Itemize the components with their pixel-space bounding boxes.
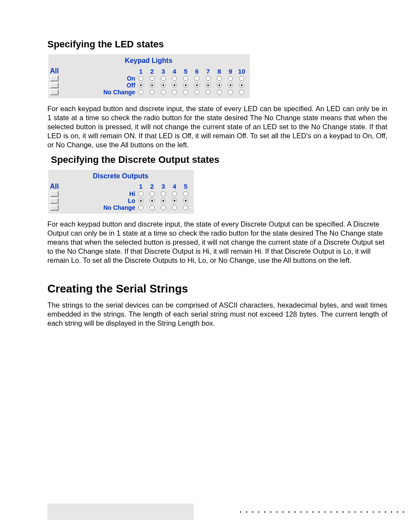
footer-dot xyxy=(373,511,374,513)
led-radio-off-8[interactable] xyxy=(217,83,222,88)
led-radio-on-9[interactable] xyxy=(228,76,233,81)
discrete-all-button-lo[interactable] xyxy=(50,198,59,204)
led-radio-on-10[interactable] xyxy=(239,76,244,81)
led-radio-off-9[interactable] xyxy=(228,83,233,88)
discrete-radio-lo-2[interactable] xyxy=(149,198,155,203)
discrete-radio-no-change-2[interactable] xyxy=(149,205,155,210)
keypad-lights-grid: All12345678910OnOffNo Change xyxy=(50,67,247,96)
footer-dot xyxy=(385,511,386,513)
discrete-radio-lo-4[interactable] xyxy=(172,198,177,203)
led-radio-no-change-3[interactable] xyxy=(161,90,166,95)
led-all-button-on[interactable] xyxy=(50,75,59,81)
led-paragraph: For each keypad button and discrete inpu… xyxy=(47,104,387,150)
led-column-8: 8 xyxy=(214,67,225,75)
led-radio-on-6[interactable] xyxy=(194,76,199,81)
led-radio-off-6[interactable] xyxy=(194,83,199,88)
footer-dots xyxy=(210,504,406,520)
led-radio-no-change-6[interactable] xyxy=(194,90,199,95)
led-all-button-no-change[interactable] xyxy=(50,89,59,95)
led-radio-off-3[interactable] xyxy=(161,83,166,88)
footer-dot xyxy=(270,511,271,513)
led-radio-on-5[interactable] xyxy=(183,76,188,81)
led-column-1: 1 xyxy=(135,67,146,75)
led-radio-on-8[interactable] xyxy=(217,76,222,81)
led-radio-on-3[interactable] xyxy=(161,76,166,81)
led-radio-on-4[interactable] xyxy=(172,76,177,81)
footer-grey-block xyxy=(47,504,194,520)
led-row-label-off: Off xyxy=(103,82,135,89)
footer-dot xyxy=(306,511,308,513)
footer-dot xyxy=(391,511,392,513)
discrete-radio-lo-3[interactable] xyxy=(161,198,166,203)
led-radio-no-change-4[interactable] xyxy=(172,90,177,95)
discrete-outputs-title: Discrete Outputs xyxy=(50,172,191,180)
led-all-label: All xyxy=(50,67,103,75)
footer-dot xyxy=(379,511,380,513)
led-radio-no-change-2[interactable] xyxy=(149,90,155,95)
discrete-radio-no-change-5[interactable] xyxy=(183,205,188,210)
led-radio-no-change-8[interactable] xyxy=(217,90,222,95)
led-radio-no-change-10[interactable] xyxy=(239,90,244,95)
discrete-outputs-grid: All12345HiLoNo Change xyxy=(50,183,191,211)
discrete-radio-lo-1[interactable] xyxy=(138,198,143,203)
led-radio-off-2[interactable] xyxy=(149,83,155,88)
led-all-button-off[interactable] xyxy=(50,82,59,88)
discrete-row-label-hi: Hi xyxy=(103,190,135,197)
led-radio-off-1[interactable] xyxy=(138,83,143,88)
footer-gap xyxy=(194,504,210,520)
discrete-column-2: 2 xyxy=(146,183,158,190)
discrete-radio-hi-2[interactable] xyxy=(149,191,155,196)
footer-dot xyxy=(312,511,314,513)
footer-dot xyxy=(367,511,368,513)
led-radio-on-1[interactable] xyxy=(138,76,143,81)
footer-dot xyxy=(330,511,332,513)
led-radio-off-7[interactable] xyxy=(206,83,211,88)
led-column-4: 4 xyxy=(169,67,180,75)
keypad-lights-title: Keypad Lights xyxy=(50,57,247,65)
discrete-column-4: 4 xyxy=(169,183,180,190)
footer-dot xyxy=(318,511,320,513)
discrete-radio-hi-5[interactable] xyxy=(183,191,188,196)
discrete-column-5: 5 xyxy=(180,183,191,190)
discrete-radio-hi-3[interactable] xyxy=(161,191,166,196)
discrete-row-label-no-change: No Change xyxy=(103,204,135,211)
footer-dot xyxy=(355,511,356,513)
discrete-radio-hi-4[interactable] xyxy=(172,191,177,196)
discrete-radio-no-change-3[interactable] xyxy=(161,205,166,210)
led-radio-no-change-1[interactable] xyxy=(138,90,143,95)
footer-dot xyxy=(288,511,290,513)
led-radio-on-2[interactable] xyxy=(149,76,155,81)
footer-dot xyxy=(246,511,247,513)
discrete-radio-no-change-1[interactable] xyxy=(138,205,143,210)
discrete-all-button-no-change[interactable] xyxy=(50,205,59,211)
led-radio-no-change-5[interactable] xyxy=(183,90,188,95)
discrete-outputs-panel: Discrete Outputs All12345HiLoNo Change xyxy=(48,170,194,214)
discrete-column-3: 3 xyxy=(158,183,169,190)
footer-dot xyxy=(342,511,344,513)
heading-discrete-output-states: Specifying the Discrete Output states xyxy=(51,154,387,165)
discrete-row-label-lo: Lo xyxy=(103,197,135,204)
discrete-column-1: 1 xyxy=(135,183,146,190)
led-radio-off-5[interactable] xyxy=(183,83,188,88)
footer-dot xyxy=(276,511,277,513)
led-radio-on-7[interactable] xyxy=(206,76,211,81)
discrete-all-button-hi[interactable] xyxy=(50,191,59,197)
led-column-2: 2 xyxy=(146,67,158,75)
footer-dot xyxy=(294,511,296,513)
keypad-lights-panel: Keypad Lights All12345678910OnOffNo Chan… xyxy=(48,54,250,98)
discrete-radio-hi-1[interactable] xyxy=(138,191,143,196)
footer-dot xyxy=(282,511,283,513)
led-column-6: 6 xyxy=(191,67,202,75)
footer-dot xyxy=(240,511,241,513)
discrete-radio-lo-5[interactable] xyxy=(183,198,188,203)
led-column-7: 7 xyxy=(202,67,214,75)
discrete-all-label: All xyxy=(50,183,103,190)
led-radio-no-change-7[interactable] xyxy=(206,90,211,95)
led-radio-no-change-9[interactable] xyxy=(228,90,233,95)
led-row-label-on: On xyxy=(103,75,135,82)
footer-dot xyxy=(361,511,362,513)
led-radio-off-10[interactable] xyxy=(239,83,244,88)
footer-bar xyxy=(47,504,406,520)
led-radio-off-4[interactable] xyxy=(172,83,177,88)
discrete-radio-no-change-4[interactable] xyxy=(172,205,177,210)
